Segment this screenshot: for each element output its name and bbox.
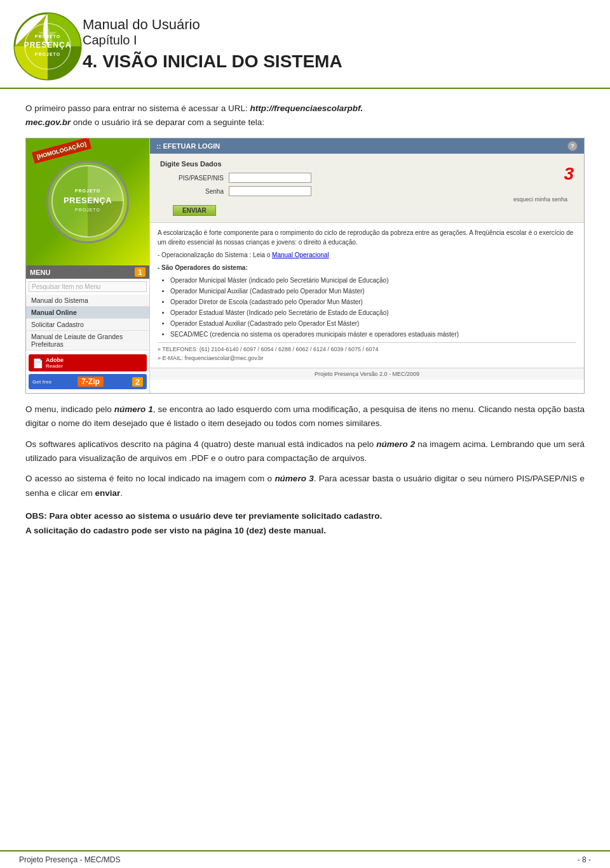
sc-operators-list: Operador Municipal Máster (indicado pelo… — [170, 276, 576, 339]
sc-search-box: Pesquisar Item no Menu — [29, 281, 147, 292]
sc-logo-text: PROJETO PRESENÇA PROJETO — [50, 163, 126, 241]
sc-senha-row: Senha — [173, 186, 574, 196]
obs-line1: OBS: Para obter acesso ao sistema o usuá… — [25, 509, 585, 524]
intro-paragraph: O primeiro passo para entrar no sistema … — [25, 102, 585, 129]
sc-manual-link[interactable]: Manual Operacional — [272, 251, 329, 258]
sc-form-title: Digite Seus Dados — [160, 160, 574, 168]
sc-operators-title: - São Operadores do sistema: — [158, 263, 576, 272]
footer-left: Projeto Presença - MEC/MDS — [19, 855, 120, 864]
svg-text:PRESENÇA: PRESENÇA — [24, 41, 72, 50]
system-screenshot: [HOMOLOGAÇÃO] PROJETO PRESENÇA PROJETO — [25, 138, 585, 394]
intro-text-part1: O primeiro passo para entrar no sistema … — [25, 103, 248, 113]
p1-num1: número 1 — [114, 404, 153, 414]
sc-pis-label: PIS/PASEP/NIS — [173, 175, 224, 182]
sc-logo-circle: PROJETO PRESENÇA PROJETO — [46, 161, 129, 243]
page-header: PROJETO PRESENÇA PROJETO Manual do Usuár… — [0, 0, 610, 89]
sc-para1: A escolarização é forte componente para … — [158, 228, 576, 247]
sc-login-title-bar: :: EFETUAR LOGIN — [156, 142, 220, 150]
sc-send-button[interactable]: ENVIAR — [173, 205, 216, 216]
svg-text:PROJETO: PROJETO — [75, 189, 100, 193]
footer-right: - 8 - — [578, 855, 591, 864]
sc-menu-label: MENU 1 — [26, 265, 149, 279]
sc-op-5: Operador Estadual Auxiliar (Cadastrado p… — [170, 319, 576, 328]
body-para-3: O acesso ao sistema é feito no local ind… — [25, 472, 585, 500]
obs-line2: A solicitação do cadastro pode ser visto… — [25, 524, 585, 538]
sc-7zip: Get free 7-Zip 2 — [29, 374, 147, 389]
sc-help-icon: ? — [567, 141, 578, 151]
sc-phones: » TELEFONES: (61) 2104-6140 / 6097 / 605… — [158, 342, 576, 363]
sc-content-area: A escolarização é forte componente para … — [150, 223, 584, 368]
sc-login-body: Digite Seus Dados 3 PIS/PASEP/NIS Senha … — [150, 154, 584, 223]
section-title: 4. VISÃO INICIAL DO SISTEMA — [83, 51, 342, 72]
sc-stamp: [HOMOLOGAÇÃO] — [32, 138, 92, 164]
sc-pis-input[interactable] — [229, 173, 311, 183]
header-text-block: Manual do Usuário Capítulo I 4. VISÃO IN… — [83, 11, 342, 72]
p2-num2: número 2 — [376, 439, 415, 449]
svg-text:PROJETO: PROJETO — [35, 52, 60, 57]
sc-senha-input[interactable] — [229, 186, 311, 196]
sc-get-free-label: Get free — [32, 379, 51, 385]
header-logo: PROJETO PRESENÇA PROJETO — [13, 11, 83, 81]
page-footer: Projeto Presença - MEC/MDS - 8 - — [0, 850, 610, 868]
svg-text:PRESENÇA: PRESENÇA — [64, 196, 112, 205]
sc-op-2: Operador Municipal Auxiliar (Cadastrado … — [170, 286, 576, 296]
p2-part1: Os softwares aplicativos descrito na pág… — [25, 439, 376, 449]
sc-forgot-link[interactable]: esqueci minha senha — [160, 196, 567, 203]
sc-op-6: SECAD/MEC (credencia no sistema os opera… — [170, 330, 576, 339]
sc-phone-line: » TELEFONES: (61) 2104-6140 / 6097 / 605… — [158, 345, 576, 354]
main-content: O primeiro passo para entrar no sistema … — [0, 89, 610, 551]
sc-menu-text: MENU — [30, 269, 50, 276]
sc-menu-items: Manual do Sistema Manual Online Solicita… — [26, 295, 149, 351]
sc-menu-item-1: Manual do Sistema — [26, 295, 149, 307]
sc-login-form: PIS/PASEP/NIS Senha — [173, 173, 574, 196]
sc-adobe-reader: 📄 Adobe Reader — [29, 354, 147, 371]
sc-software-area: 📄 Adobe Reader Get free 7-Zip 2 — [26, 351, 149, 393]
obs-block: OBS: Para obter acesso ao sistema o usuá… — [25, 509, 585, 538]
sc-menu-item-3: Solicitar Cadastro — [26, 319, 149, 331]
sc-email-line: » E-MAIL: frequenciaescolar@mec.gov.br — [158, 354, 576, 363]
sc-op-3: Operador Diretor de Escola (cadastrado p… — [170, 297, 576, 307]
sc-op-4: Operador Estadual Máster (Indicado pelo … — [170, 308, 576, 317]
svg-text:PROJETO: PROJETO — [75, 208, 100, 212]
p1-part1: O menu, indicado pelo — [25, 404, 114, 414]
sc-menu-item-2: Manual Online — [26, 307, 149, 319]
intro-domain: mec.gov.br — [25, 117, 71, 127]
p3-num3: número 3 — [274, 474, 313, 483]
sc-op-1: Operador Municipal Máster (indicado pelo… — [170, 276, 576, 285]
sc-menu-item-4: Manual de Leiaute de Grandes Prefeituras — [26, 331, 149, 351]
sc-reader-label: Reader — [46, 363, 64, 369]
intro-text-part2: onde o usuário irá se deparar com a segu… — [73, 117, 264, 127]
body-para-1: O menu, indicado pelo número 1, se encon… — [25, 403, 585, 431]
sc-zip-label: 7-Zip — [78, 377, 104, 387]
screenshot-main: :: EFETUAR LOGIN ? Digite Seus Dados 3 P… — [150, 138, 584, 393]
sc-menu-num: 1 — [135, 267, 146, 277]
sc-adobe-label: Adobe — [46, 357, 64, 363]
sc-num2: 2 — [132, 377, 143, 387]
p3-end: . — [120, 488, 123, 498]
p3-part1: O acesso ao sistema é feito no local ind… — [25, 474, 274, 483]
manual-title: Manual do Usuário — [83, 17, 342, 33]
sc-login-header: :: EFETUAR LOGIN ? — [150, 138, 584, 154]
sc-update-line: - Operacionalização do Sistema : Leia o … — [158, 250, 576, 260]
sc-logo-area: [HOMOLOGAÇÃO] PROJETO PRESENÇA PROJETO — [26, 138, 149, 265]
sc-pis-row: PIS/PASEP/NIS — [173, 173, 574, 183]
screenshot-sidebar: [HOMOLOGAÇÃO] PROJETO PRESENÇA PROJETO — [26, 138, 150, 393]
sc-footer: Projeto Presença Versão 2.0 - MEC/2009 — [150, 368, 584, 380]
sc-senha-label: Senha — [173, 188, 224, 195]
body-para-2: Os softwares aplicativos descrito na pág… — [25, 437, 585, 466]
chapter-label: Capítulo I — [83, 33, 342, 48]
intro-url: http://frequenciaescolarpbf. — [250, 103, 363, 113]
sc-num3: 3 — [564, 164, 574, 184]
p3-enviar: enviar — [95, 488, 121, 498]
